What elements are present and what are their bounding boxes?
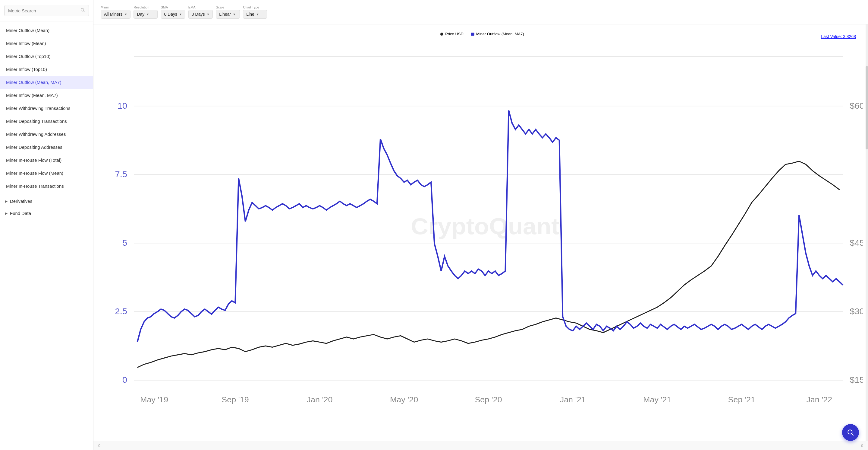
main-content: Miner All Miners ▼ Resolution Day ▼ SMA … bbox=[93, 0, 868, 450]
miner-filter-value: All Miners bbox=[104, 12, 122, 17]
resolution-filter-label: Resolution bbox=[133, 5, 158, 9]
ema-filter-group: EMA 0 Days ▼ bbox=[188, 5, 213, 19]
svg-text:0: 0 bbox=[122, 375, 127, 385]
chevron-down-icon: ▼ bbox=[146, 13, 149, 16]
chevron-down-icon: ▼ bbox=[124, 13, 127, 16]
svg-text:Jan '22: Jan '22 bbox=[806, 395, 832, 404]
svg-text:May '20: May '20 bbox=[390, 395, 418, 404]
svg-text:$60K: $60K bbox=[849, 101, 863, 110]
chart-legend: Price USD Miner Outflow (Mean, MA7) bbox=[112, 29, 853, 37]
svg-point-27 bbox=[848, 430, 852, 434]
svg-text:5: 5 bbox=[122, 238, 127, 248]
bottom-bar: 0 0 bbox=[93, 441, 868, 450]
legend-metric: Miner Outflow (Mean, MA7) bbox=[471, 32, 524, 36]
ema-filter-select[interactable]: 0 Days ▼ bbox=[188, 10, 213, 19]
sidebar: Miner Outflow (Mean)Miner Inflow (Mean)M… bbox=[0, 0, 93, 450]
svg-line-28 bbox=[852, 434, 854, 435]
sidebar-list: Miner Outflow (Mean)Miner Inflow (Mean)M… bbox=[0, 22, 93, 195]
sidebar-item-miner-depositing-transactions[interactable]: Miner Depositing Transactions bbox=[0, 115, 93, 128]
svg-line-1 bbox=[84, 11, 85, 12]
sidebar-item-miner-depositing-addresses[interactable]: Miner Depositing Addresses bbox=[0, 141, 93, 153]
price-line bbox=[137, 161, 840, 368]
resolution-filter-value: Day bbox=[137, 12, 144, 17]
sidebar-section-derivatives[interactable]: ▶ Derivatives bbox=[0, 195, 93, 207]
legend-dot-metric bbox=[471, 33, 474, 36]
sidebar-section-label: Fund Data bbox=[10, 211, 31, 216]
sidebar-item-miner-withdrawing-addresses[interactable]: Miner Withdrawing Addresses bbox=[0, 128, 93, 141]
chevron-down-icon: ▼ bbox=[179, 13, 182, 16]
chart-wrapper: 0 2.5 5 7.5 10 $15K $30K $45K $60K May '… bbox=[93, 37, 868, 431]
sidebar-item-miner-outflow-mean-ma7[interactable]: Miner Outflow (Mean, MA7) bbox=[0, 76, 93, 89]
legend-metric-label: Miner Outflow (Mean, MA7) bbox=[476, 32, 524, 36]
chart-area: Price USD Miner Outflow (Mean, MA7) Last… bbox=[93, 24, 868, 441]
chevron-right-icon: ▶ bbox=[5, 211, 7, 216]
svg-text:Sep '20: Sep '20 bbox=[475, 395, 502, 404]
chart-svg: 0 2.5 5 7.5 10 $15K $30K $45K $60K May '… bbox=[93, 37, 863, 431]
sma-filter-select[interactable]: 0 Days ▼ bbox=[161, 10, 185, 19]
svg-text:$30K: $30K bbox=[849, 307, 863, 316]
sma-filter-value: 0 Days bbox=[164, 12, 177, 17]
sidebar-section-fund-data[interactable]: ▶ Fund Data bbox=[0, 207, 93, 219]
scrollbar-track bbox=[866, 24, 868, 441]
svg-text:Jan '20: Jan '20 bbox=[307, 395, 333, 404]
miner-filter-group: Miner All Miners ▼ bbox=[101, 5, 130, 19]
svg-text:May '19: May '19 bbox=[140, 395, 168, 404]
search-box[interactable] bbox=[4, 5, 89, 16]
chevron-down-icon: ▼ bbox=[207, 13, 210, 16]
scrollbar-thumb[interactable] bbox=[866, 66, 868, 149]
sidebar-item-miner-inhouse-flow-total[interactable]: Miner In-House Flow (Total) bbox=[0, 153, 93, 167]
chart-type-filter-label: Chart Type bbox=[243, 5, 267, 9]
legend-price-label: Price USD bbox=[445, 32, 464, 36]
chevron-down-icon: ▼ bbox=[233, 13, 236, 16]
ema-filter-value: 0 Days bbox=[192, 12, 205, 17]
search-icon bbox=[80, 7, 85, 13]
svg-text:Sep '21: Sep '21 bbox=[728, 395, 755, 404]
chevron-down-icon: ▼ bbox=[256, 13, 259, 16]
sma-filter-group: SMA 0 Days ▼ bbox=[161, 5, 185, 19]
sidebar-item-miner-outflow-top10[interactable]: Miner Outflow (Top10) bbox=[0, 50, 93, 63]
search-fab[interactable] bbox=[842, 424, 859, 441]
chart-type-filter-group: Chart Type Line ▼ bbox=[243, 5, 267, 19]
svg-text:7.5: 7.5 bbox=[115, 170, 127, 179]
search-input[interactable] bbox=[8, 8, 80, 13]
sidebar-item-miner-inflow-mean[interactable]: Miner Inflow (Mean) bbox=[0, 37, 93, 50]
chart-type-filter-select[interactable]: Line ▼ bbox=[243, 10, 267, 19]
sidebar-item-miner-withdrawing-transactions[interactable]: Miner Withdrawing Transactions bbox=[0, 102, 93, 115]
svg-text:$15K: $15K bbox=[849, 375, 863, 385]
sidebar-item-miner-inflow-mean-ma7[interactable]: Miner Inflow (Mean, MA7) bbox=[0, 89, 93, 102]
resolution-filter-group: Resolution Day ▼ bbox=[133, 5, 158, 19]
sidebar-item-miner-inhouse-flow-mean[interactable]: Miner In-House Flow (Mean) bbox=[0, 167, 93, 179]
legend-dot-price bbox=[440, 33, 443, 36]
scale-filter-value: Linear bbox=[219, 12, 231, 17]
search-container bbox=[0, 0, 93, 22]
search-fab-icon bbox=[846, 428, 855, 437]
miner-filter-label: Miner bbox=[101, 5, 130, 9]
toolbar: Miner All Miners ▼ Resolution Day ▼ SMA … bbox=[93, 0, 868, 24]
svg-text:10: 10 bbox=[118, 101, 127, 110]
miner-filter-select[interactable]: All Miners ▼ bbox=[101, 10, 130, 19]
sidebar-item-miner-inflow-top10[interactable]: Miner Inflow (Top10) bbox=[0, 63, 93, 76]
sidebar-section-label: Derivatives bbox=[10, 199, 32, 204]
svg-text:$45K: $45K bbox=[849, 238, 863, 248]
chart-type-filter-value: Line bbox=[246, 12, 254, 17]
svg-text:Sep '19: Sep '19 bbox=[221, 395, 249, 404]
svg-text:2.5: 2.5 bbox=[115, 307, 127, 316]
sidebar-item-miner-outflow-mean[interactable]: Miner Outflow (Mean) bbox=[0, 24, 93, 37]
svg-point-0 bbox=[81, 8, 84, 11]
scale-filter-select[interactable]: Linear ▼ bbox=[216, 10, 240, 19]
ema-filter-label: EMA bbox=[188, 5, 213, 9]
chevron-right-icon: ▶ bbox=[5, 199, 7, 203]
legend-price: Price USD bbox=[440, 32, 464, 36]
svg-text:May '21: May '21 bbox=[643, 395, 671, 404]
sma-filter-label: SMA bbox=[161, 5, 185, 9]
sidebar-item-miner-inhouse-transactions[interactable]: Miner In-House Transactions bbox=[0, 179, 93, 193]
scale-filter-label: Scale bbox=[216, 5, 240, 9]
resolution-filter-select[interactable]: Day ▼ bbox=[133, 10, 158, 19]
svg-text:Jan '21: Jan '21 bbox=[560, 395, 586, 404]
scale-filter-group: Scale Linear ▼ bbox=[216, 5, 240, 19]
